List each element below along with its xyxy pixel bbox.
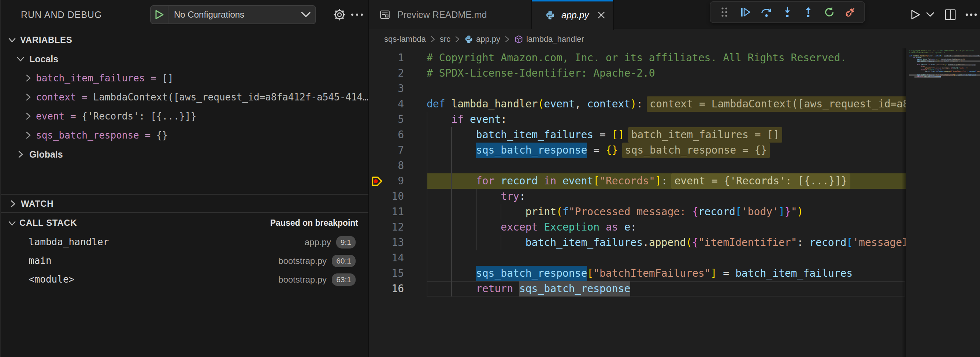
start-debug-button[interactable] xyxy=(151,6,169,24)
variable-entry[interactable]: sqs_batch_response = {} xyxy=(36,130,369,141)
call-stack-section-header[interactable]: CALL STACK xyxy=(19,218,77,228)
breadcrumb-label[interactable]: lambda_handler xyxy=(526,35,584,44)
line-number-15[interactable]: 15 xyxy=(369,266,404,281)
configuration-select-label[interactable]: No Configurations xyxy=(169,10,296,20)
line-number-7[interactable]: 7 xyxy=(369,143,404,158)
frame-name[interactable]: main xyxy=(29,252,52,270)
code-token: ( xyxy=(556,206,563,218)
chevron-right-icon[interactable] xyxy=(24,112,32,120)
variable-row[interactable]: sqs_batch_response = {} xyxy=(1,126,369,145)
variables-section-header[interactable]: VARIABLES xyxy=(1,30,369,49)
line-number-14[interactable]: 14 xyxy=(369,250,404,266)
views-and-more-actions-icon[interactable] xyxy=(348,0,366,29)
tab-label[interactable]: app.py xyxy=(562,10,589,21)
line-number-1[interactable]: 1 xyxy=(369,50,404,65)
tab-label[interactable]: Preview README.md xyxy=(397,10,487,20)
chevron-right-icon[interactable] xyxy=(24,74,32,82)
variable-row[interactable]: batch_item_failures = [] xyxy=(1,69,369,88)
code-line-9[interactable]: for record in event["Records"]:event = {… xyxy=(426,174,906,189)
chevron-right-icon[interactable] xyxy=(9,200,17,208)
frame-name[interactable]: <module> xyxy=(29,270,74,289)
chevron-down-icon[interactable] xyxy=(16,55,24,63)
breadcrumb-item[interactable]: lambda_handler xyxy=(514,35,584,44)
ellipsis-icon[interactable] xyxy=(963,0,980,29)
gear-icon[interactable] xyxy=(331,0,348,29)
code-line-11[interactable]: print(f"Processed message: {record['body… xyxy=(426,204,906,220)
code-token: # SPDX-License-Identifier: Apache-2.0 xyxy=(426,67,655,79)
line-number-11[interactable]: 11 xyxy=(369,204,404,220)
line-number-16[interactable]: 16 xyxy=(369,281,404,296)
line-number-10[interactable]: 10 xyxy=(369,189,404,204)
breadcrumb-label[interactable]: src xyxy=(440,35,450,44)
scope-row-locals[interactable]: Locals xyxy=(1,49,369,69)
debug-step-over-icon[interactable] xyxy=(759,3,775,21)
code-token: ] xyxy=(655,175,662,187)
code-line-3[interactable] xyxy=(426,81,906,96)
line-number-8[interactable]: 8 xyxy=(369,158,404,174)
debug-step-into-icon[interactable] xyxy=(779,3,795,21)
variable-entry[interactable]: event = {'Records': [{...}]} xyxy=(36,111,369,122)
code-lines[interactable]: # Copyright Amazon.com, Inc. or its affi… xyxy=(426,50,906,307)
gripper-icon[interactable] xyxy=(716,3,732,21)
stack-frame-row[interactable]: <module>bootstrap.py63:1 xyxy=(1,270,369,289)
chevron-right-icon[interactable] xyxy=(16,150,24,158)
watch-section-header[interactable]: WATCH xyxy=(21,199,54,209)
code-line-15[interactable]: sqs_batch_response["batchItemFailures"] … xyxy=(426,266,906,281)
split-editor-icon[interactable] xyxy=(941,0,960,29)
chevron-right-icon[interactable] xyxy=(24,131,32,139)
code-line-10[interactable]: try: xyxy=(426,189,906,204)
code-line-16[interactable]: return sqs_batch_response xyxy=(426,281,906,296)
line-number-12[interactable]: 12 xyxy=(369,220,404,235)
breadcrumb-item[interactable]: src xyxy=(440,35,450,44)
run-icon[interactable] xyxy=(907,0,924,29)
frame-name[interactable]: lambda_handler xyxy=(29,233,109,252)
scope-row-globals[interactable]: Globals xyxy=(1,145,369,164)
breadcrumb-label[interactable]: app.py xyxy=(476,35,500,44)
line-number-4[interactable]: 4 xyxy=(369,96,404,112)
breadcrumb-label[interactable]: sqs-lambda xyxy=(384,35,426,44)
line-number-6[interactable]: 6 xyxy=(369,127,404,143)
tab-app-py[interactable]: app.py xyxy=(532,0,614,30)
code-line-13[interactable]: batch_item_failures.append({"itemIdentif… xyxy=(426,235,906,250)
variable-entry[interactable]: context = LambdaContext([aws_request_id=… xyxy=(36,92,369,103)
code-line-2[interactable]: # SPDX-License-Identifier: Apache-2.0 xyxy=(426,65,906,81)
chevron-down-icon[interactable] xyxy=(8,36,16,44)
chevron-down-icon[interactable] xyxy=(296,11,315,18)
chevron-down-icon[interactable] xyxy=(8,219,16,227)
code-line-4[interactable]: def lambda_handler(event, context):conte… xyxy=(426,96,906,112)
minimap[interactable]: # Copyright Amazon.com, Inc. or its affi… xyxy=(906,48,980,357)
debug-disconnect-icon[interactable] xyxy=(842,3,858,21)
debug-restart-icon[interactable] xyxy=(821,3,838,21)
variable-entry[interactable]: batch_item_failures = [] xyxy=(36,73,369,84)
launch-configuration-dropdown[interactable]: No Configurations xyxy=(150,5,316,24)
code-line-1[interactable]: # Copyright Amazon.com, Inc. or its affi… xyxy=(426,50,906,65)
stack-frame-row[interactable]: lambda_handlerapp.py9:1 xyxy=(1,233,369,252)
code-line-6[interactable]: batch_item_failures = []batch_item_failu… xyxy=(426,127,906,143)
code-line-14[interactable] xyxy=(426,250,906,266)
breakpoint-stopped-icon[interactable] xyxy=(371,174,383,188)
watch-pane[interactable]: WATCH xyxy=(1,194,369,212)
close-icon[interactable] xyxy=(595,9,607,21)
line-number-2[interactable]: 2 xyxy=(369,65,404,81)
debug-continue-icon[interactable] xyxy=(737,3,753,21)
code-line-8[interactable] xyxy=(426,158,906,174)
line-number-3[interactable]: 3 xyxy=(369,81,404,96)
line-number-13[interactable]: 13 xyxy=(369,235,404,250)
debug-step-out-icon[interactable] xyxy=(800,3,816,21)
variable-row[interactable]: event = {'Records': [{...}]} xyxy=(1,107,369,126)
stack-frame-row[interactable]: mainbootstrap.py60:1 xyxy=(1,252,369,270)
chevron-right-icon[interactable] xyxy=(24,93,32,101)
chevron-down-icon[interactable] xyxy=(924,0,936,29)
variable-row[interactable]: context = LambdaContext([aws_request_id=… xyxy=(1,88,369,107)
scope-label[interactable]: Globals xyxy=(29,149,63,160)
code-editor[interactable]: 12345678910111213141516 # Copyright Amaz… xyxy=(369,48,980,357)
scope-label[interactable]: Locals xyxy=(29,54,58,64)
breadcrumb-item[interactable]: sqs-lambda xyxy=(384,35,426,44)
frame-location: bootstrap.py63:1 xyxy=(278,270,356,289)
code-line-7[interactable]: sqs_batch_response = {}sqs_batch_respons… xyxy=(426,143,906,158)
line-number-5[interactable]: 5 xyxy=(369,112,404,127)
code-line-12[interactable]: except Exception as e: xyxy=(426,220,906,235)
breadcrumb-item[interactable]: app.py xyxy=(465,35,500,44)
code-line-5[interactable]: if event: xyxy=(426,112,906,127)
tab-preview-readme[interactable]: Preview README.md xyxy=(369,0,532,29)
